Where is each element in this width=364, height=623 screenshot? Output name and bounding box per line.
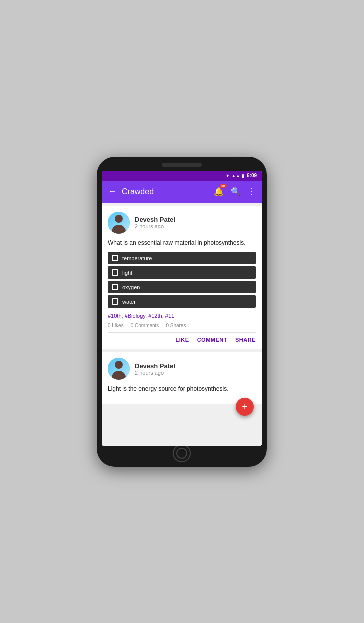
- poll-options: temperature light oxygen water: [108, 252, 256, 308]
- post2-text: Light is the energy source for photosynt…: [108, 385, 256, 393]
- checkbox-water[interactable]: [112, 298, 118, 305]
- avatar-2: [108, 358, 130, 380]
- back-button[interactable]: ←: [108, 186, 117, 197]
- notification-badge: 36: [220, 184, 227, 188]
- post-header-2: Devesh Patel 2 hours ago: [108, 358, 256, 380]
- top-app-bar: ← Crawded 🔔 36 🔍 ⋮: [102, 181, 262, 203]
- search-icon[interactable]: 🔍: [231, 187, 241, 196]
- user-info-1: Devesh Patel 2 hours ago: [135, 216, 176, 229]
- option-label-water: water: [122, 299, 136, 305]
- home-button-inner: [176, 448, 188, 459]
- option-label-oxygen: oxygen: [122, 284, 140, 290]
- share-button[interactable]: SHARE: [236, 337, 256, 343]
- phone-bottom: [102, 446, 262, 461]
- bell-icon[interactable]: 🔔: [214, 187, 224, 196]
- notification-wrapper[interactable]: 🔔 36: [214, 187, 224, 196]
- post-actions-1: LIKE COMMENT SHARE: [108, 337, 256, 343]
- wifi-icon: ▼: [226, 173, 230, 178]
- checkbox-oxygen[interactable]: [112, 284, 118, 290]
- user-info-2: Devesh Patel 2 hours ago: [135, 362, 176, 376]
- fab-button[interactable]: +: [236, 398, 254, 416]
- post-card-2: Devesh Patel 2 hours ago Light is the en…: [102, 352, 262, 404]
- poll-option-oxygen[interactable]: oxygen: [108, 281, 256, 293]
- likes-count: 0 Likes: [108, 323, 124, 328]
- username-2: Devesh Patel: [135, 362, 176, 370]
- battery-icon: ▮: [242, 173, 244, 178]
- status-time: 6:09: [247, 173, 257, 178]
- post-question: What is an essential raw material in pho…: [108, 239, 256, 247]
- signal-icon: ▲▲: [232, 173, 240, 178]
- shares-count: 0 Shares: [166, 323, 186, 328]
- poll-option-light[interactable]: light: [108, 266, 256, 279]
- status-bar: ▼ ▲▲ ▮ 6:09: [102, 171, 262, 181]
- post-tags[interactable]: #10th, #Biology, #12th, #11: [108, 313, 256, 319]
- content-area: Devesh Patel 2 hours ago What is an esse…: [102, 203, 262, 446]
- comments-count: 0 Comments: [131, 323, 160, 328]
- avatar-image-2: [108, 358, 130, 380]
- status-icons: ▼ ▲▲ ▮: [226, 173, 244, 178]
- phone-device: ▼ ▲▲ ▮ 6:09 ← Crawded 🔔 36 🔍 ⋮: [97, 157, 267, 467]
- like-button[interactable]: LIKE: [176, 337, 190, 343]
- action-icons: 🔔 36 🔍 ⋮: [214, 187, 256, 196]
- post-header-1: Devesh Patel 2 hours ago: [108, 212, 256, 234]
- option-label-temperature: temperature: [122, 255, 152, 261]
- poll-option-temperature[interactable]: temperature: [108, 252, 256, 264]
- option-label-light: light: [122, 270, 132, 276]
- home-button[interactable]: [173, 444, 191, 462]
- username-1: Devesh Patel: [135, 216, 176, 223]
- poll-option-water[interactable]: water: [108, 295, 256, 308]
- post-card-1: Devesh Patel 2 hours ago What is an esse…: [102, 206, 262, 349]
- checkbox-light[interactable]: [112, 269, 118, 276]
- phone-speaker: [162, 163, 202, 167]
- post-time-2: 2 hours ago: [135, 370, 176, 376]
- post-time-1: 2 hours ago: [135, 223, 176, 229]
- phone-screen: ▼ ▲▲ ▮ 6:09 ← Crawded 🔔 36 🔍 ⋮: [102, 171, 262, 446]
- checkbox-temperature[interactable]: [112, 255, 118, 261]
- post-stats: 0 Likes 0 Comments 0 Shares: [108, 323, 256, 333]
- more-options-icon[interactable]: ⋮: [248, 187, 256, 196]
- avatar-1: [108, 212, 130, 234]
- app-title: Crawded: [122, 187, 209, 196]
- avatar-image-1: [108, 212, 130, 234]
- comment-button[interactable]: COMMENT: [198, 337, 228, 343]
